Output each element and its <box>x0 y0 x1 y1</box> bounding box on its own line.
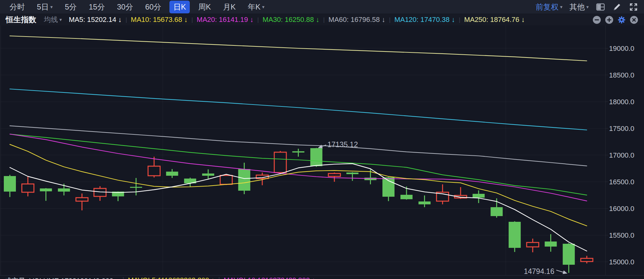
candle-down[interactable] <box>509 222 521 248</box>
y-axis-label: 17000.0 <box>609 151 634 159</box>
indicator-bar: 恒生指数 均线 ▾ MA5: 15202.14 ↓|MA10: 15673.68… <box>0 14 644 25</box>
volume-readout: MAVOL10:1316873429.800 ↓ <box>224 276 315 279</box>
layout-grid-icon[interactable] <box>596 2 605 12</box>
candle-down[interactable] <box>202 174 214 176</box>
candle-down[interactable] <box>130 187 142 188</box>
y-axis-label: 19000.0 <box>609 44 634 52</box>
candle-down[interactable] <box>401 195 413 199</box>
adjust-mode-dropdown[interactable]: 前复权 ▾ <box>536 2 563 12</box>
candle-up[interactable] <box>274 152 286 173</box>
candle-down[interactable] <box>419 201 431 204</box>
separator: | <box>323 17 325 23</box>
ma-readouts: MA5: 15202.14 ↓|MA10: 15673.68 ↓|MA20: 1… <box>69 16 525 24</box>
toolbar-right-group: 前复权 ▾ 其他 ▾ <box>536 2 638 12</box>
ma-readout-ma20: MA20: 16141.19 ↓ <box>197 16 254 24</box>
ma-readout-ma30: MA30: 16250.88 ↓ <box>263 16 319 24</box>
price-annotation: 14794.16 <box>524 267 554 276</box>
chevron-down-icon: ▾ <box>586 4 589 10</box>
tab-周K[interactable]: 周K <box>194 1 215 13</box>
other-label: 其他 <box>569 2 585 12</box>
ma-readout-ma10: MA10: 15673.68 ↓ <box>131 16 188 24</box>
chevron-down-icon: ▾ <box>50 4 53 10</box>
price-annotation: 17135.12 <box>327 140 358 149</box>
volume-pane-header: 成交量: VOLUME:1798199140.000 ↓|MAVOL5:1113… <box>0 275 644 279</box>
ma-selector-dropdown[interactable]: 均线 ▾ <box>44 15 62 24</box>
ma-readout-ma250: MA250: 18764.76 ↓ <box>464 16 525 24</box>
volume-readout: MAVOL5:1113623262.200 ↓ <box>128 276 215 279</box>
separator: | <box>218 276 220 279</box>
y-axis-label: 18500.0 <box>609 71 634 79</box>
candle-up[interactable] <box>581 258 593 262</box>
candle-down[interactable] <box>346 173 359 174</box>
volume-readout: 成交量: VOLUME:1798199140.000 ↓ <box>4 276 119 279</box>
candle-down[interactable] <box>238 169 250 191</box>
candlestick-chart[interactable]: 19000.018500.018000.017500.017000.016500… <box>0 0 644 279</box>
candle-up[interactable] <box>22 184 34 192</box>
settings-gear-icon[interactable] <box>617 16 626 24</box>
tab-月K[interactable]: 月K <box>219 1 239 13</box>
candle-up[interactable] <box>527 242 539 247</box>
candle-down[interactable] <box>473 194 485 198</box>
chevron-down-icon: ▾ <box>560 4 563 10</box>
candle-up[interactable] <box>220 175 232 184</box>
tab-日K[interactable]: 日K <box>169 1 190 13</box>
y-axis-label: 16000.0 <box>609 205 634 213</box>
other-dropdown[interactable]: 其他 ▾ <box>569 2 589 12</box>
expand-icon[interactable] <box>629 2 638 12</box>
tab-30分[interactable]: 30分 <box>113 1 137 13</box>
candle-down[interactable] <box>563 244 575 265</box>
tab-5分[interactable]: 5分 <box>61 1 80 13</box>
ma-line-ma120 <box>10 89 587 130</box>
tab-5日[interactable]: 5日▾ <box>33 1 57 13</box>
separator: | <box>459 17 460 23</box>
candle-down[interactable] <box>545 242 557 247</box>
chevron-down-icon: ▾ <box>262 4 264 10</box>
y-axis-label: 15000.0 <box>609 258 634 266</box>
y-axis-label: 16500.0 <box>609 178 634 186</box>
tab-分时[interactable]: 分时 <box>6 1 29 13</box>
ma-readout-ma120: MA120: 17470.38 ↓ <box>394 16 455 24</box>
candle-down[interactable] <box>490 207 503 216</box>
candle-down[interactable] <box>58 188 70 192</box>
timeframe-toolbar: 分时5日▾5分15分30分60分日K周K月K年K▾ 前复权 ▾ 其他 ▾ <box>0 0 644 14</box>
annotation-arrow <box>556 270 567 273</box>
candle-up[interactable] <box>328 174 340 176</box>
timeframe-tabs: 分时5日▾5分15分30分60分日K周K月K年K▾ <box>6 1 273 13</box>
y-axis-label: 17500.0 <box>609 125 634 133</box>
tab-15分[interactable]: 15分 <box>85 1 109 13</box>
close-icon[interactable] <box>630 16 638 24</box>
tab-60分[interactable]: 60分 <box>141 1 165 13</box>
separator: | <box>257 17 259 23</box>
separator: | <box>389 17 391 23</box>
brush-icon[interactable] <box>612 2 622 12</box>
ma-line-ma30 <box>10 134 587 195</box>
zoom-in-icon[interactable] <box>605 16 613 24</box>
ma-readout-ma5: MA5: 15202.14 ↓ <box>69 16 122 24</box>
candle-down[interactable] <box>310 148 322 166</box>
adjust-mode-label: 前复权 <box>536 2 558 12</box>
separator: | <box>126 17 127 23</box>
candle-down[interactable] <box>166 172 178 176</box>
volume-readouts: 成交量: VOLUME:1798199140.000 ↓|MAVOL5:1113… <box>0 276 644 279</box>
ma-selector-label: 均线 <box>44 15 58 24</box>
candle-up[interactable] <box>148 166 160 176</box>
candle-down[interactable] <box>40 188 52 191</box>
separator: | <box>191 17 193 23</box>
zoom-out-icon[interactable] <box>593 16 601 24</box>
indicator-bar-icons <box>593 16 638 24</box>
candle-down[interactable] <box>4 176 16 192</box>
tab-年K[interactable]: 年K▾ <box>244 1 268 13</box>
ma-readout-ma60: MA60: 16796.58 ↓ <box>328 16 385 24</box>
candle-up[interactable] <box>76 198 88 201</box>
stock-chart-app: 分时5日▾5分15分30分60分日K周K月K年K▾ 前复权 ▾ 其他 ▾ <box>0 0 644 279</box>
y-axis-label: 18000.0 <box>609 98 634 106</box>
separator: | <box>123 276 124 279</box>
y-axis-label: 15500.0 <box>609 231 634 239</box>
chevron-down-icon: ▾ <box>59 17 62 23</box>
candle-down[interactable] <box>292 151 305 153</box>
symbol-name: 恒生指数 <box>6 15 36 25</box>
